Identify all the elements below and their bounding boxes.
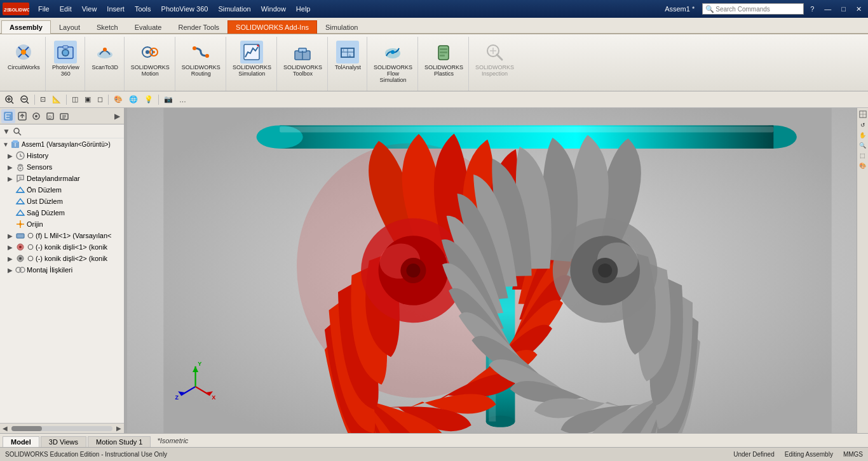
expand-sensors[interactable]: ▶ [8,164,15,171]
dim-expert-tab[interactable]: D [43,109,57,123]
view-selector-button[interactable] [858,109,868,119]
flow-simulation-button[interactable]: SOLIDWORKSFlowSimulation [371,39,415,85]
section-view-button[interactable]: ◫ [69,95,81,104]
menu-file[interactable]: File [33,4,55,14]
zoom-out-button[interactable] [18,95,32,105]
svg-line-61 [18,133,21,135]
close-button[interactable]: ✕ [852,5,865,13]
motion-button[interactable]: SOLIDWORKSMotion [128,39,172,79]
tab-assembly[interactable]: Assembly [1,20,51,34]
minimize-button[interactable]: — [820,5,835,13]
help-button[interactable]: ? [806,5,818,13]
3d-viewport[interactable]: Z X Y ↺ ✋ 🔍 ⬚ [127,108,868,433]
tree-bevel-gear2[interactable]: ▶ (-) konik dişli<2> (konik [0,253,124,264]
rotate-button[interactable]: ↺ [859,121,867,130]
menu-insert[interactable]: Insert [102,4,130,14]
zoom-button[interactable]: 🔍 [858,141,867,150]
zoom-in-button[interactable] [3,95,17,105]
photoview-button[interactable]: PhotoView360 [50,39,82,79]
menu-simulation[interactable]: Simulation [213,4,255,14]
maximize-button[interactable]: □ [837,5,850,13]
svg-point-9 [63,50,68,55]
svg-point-67 [20,168,22,170]
pan-button[interactable]: ✋ [858,131,867,140]
panel-expand-arrow[interactable]: ▶ [112,112,123,121]
config-manager-tab[interactable] [29,109,43,123]
simulation-icon [240,41,263,63]
filter-search-icon [13,127,22,136]
tab-addins[interactable]: SOLIDWORKS Add-Ins [227,20,317,34]
tree-root-assem[interactable]: ▼ Assem1 (Varsayılan<Görüntü>) [0,138,124,150]
lighting-button[interactable]: 💡 [142,95,156,104]
expand-mates[interactable]: ▶ [8,267,15,274]
tab-render-tools[interactable]: Render Tools [170,20,227,34]
more-view-button[interactable]: … [177,95,189,104]
ribbon-group-tolanalyst: ± ∆ TolAnalyst [329,37,367,91]
edit-appearance-button[interactable]: 🎨 [111,95,125,104]
photoview-label: PhotoView360 [52,65,79,77]
tab-3d-views[interactable]: 3D Views [41,436,86,447]
tree-origin[interactable]: Orijin [0,218,124,230]
expand-bevel2[interactable]: ▶ [8,255,15,262]
menu-window[interactable]: Window [256,4,291,14]
filter-bar: ▼ [0,124,124,138]
expand-history[interactable]: ▶ [8,152,15,159]
circuitworks-button[interactable]: CircuitWorks [5,39,43,72]
tree-front-plane[interactable]: Ön Düzlem [0,184,124,196]
expand-annotations[interactable]: ▶ [8,175,15,182]
scroll-left-btn[interactable]: ◀ [0,425,10,432]
menu-edit[interactable]: Edit [55,4,77,14]
menu-tools[interactable]: Tools [130,4,156,14]
search-commands-input[interactable] [715,6,798,13]
menu-photoview[interactable]: PhotoView 360 [156,4,214,14]
plastics-button[interactable]: SOLIDWORKSPlastics [422,39,466,79]
tolanalyst-button[interactable]: ± ∆ TolAnalyst [332,39,363,72]
tab-simulation[interactable]: Simulation [317,20,366,34]
tree-right-plane[interactable]: Sağ Düzlem [0,207,124,218]
routing-button[interactable]: SOLIDWORKSRouting [179,39,223,79]
expand-shaft[interactable]: ▶ [8,232,15,239]
tree-mates[interactable]: ▶ Montaj İlişkileri [0,264,124,276]
annotations-label: Detaylandırmalar [27,175,80,182]
display-manager-tab[interactable] [57,109,71,123]
tree-history[interactable]: ▶ History [0,150,124,161]
toolbox-button[interactable]: SOLIDWORKSToolbox [281,39,325,79]
tree-annotations[interactable]: ▶ Detaylandırmalar [0,173,124,184]
tree-bevel-gear1[interactable]: ▶ (-) konik dişli<1> (konik [0,241,124,253]
tab-motion-study[interactable]: Motion Study 1 [88,436,151,447]
camera-button[interactable]: 📷 [161,95,175,104]
scanto3d-button[interactable]: ScanTo3D [90,39,121,72]
search-commands-box[interactable]: 🔍 [702,3,804,15]
tree-top-plane[interactable]: Üst Düzlem [0,196,124,207]
view-display-button[interactable]: ▣ [82,95,93,104]
scroll-right-btn[interactable]: ▶ [114,425,124,432]
mates-label: Montaj İlişkileri [27,266,72,274]
feature-tree-tab[interactable] [1,109,15,123]
scroll-thumb[interactable] [11,426,42,431]
tab-evaluate[interactable]: Evaluate [126,20,170,34]
hide-show-button[interactable]: ◻ [95,95,105,104]
status-education-notice: SOLIDWORKS Education Edition - Instructi… [5,451,733,458]
inspection-button[interactable]: SOLIDWORKSInspection [473,39,517,79]
expand-bevel1[interactable]: ▶ [8,244,15,251]
bevel-gear2-label: (-) konik dişli<2> (konik [36,255,107,262]
tree-horizontal-scrollbar[interactable]: ◀ ▶ [0,423,124,433]
tolanalyst-icon: ± ∆ [336,41,359,63]
tab-sketch[interactable]: Sketch [88,20,126,34]
view-orient-button[interactable]: 📐 [50,95,64,104]
tab-model[interactable]: Model [3,436,39,447]
scene-button[interactable]: 🌐 [126,95,140,104]
tree-shaft[interactable]: ▶ (f) L Mil<1> (Varsayılan< [0,230,124,241]
tree-sensors[interactable]: ▶ Sensors [0,161,124,173]
menu-view[interactable]: View [77,4,102,14]
scroll-track[interactable] [11,426,112,431]
property-manager-tab[interactable] [15,109,29,123]
tab-layout[interactable]: Layout [51,20,88,34]
zoom-fit-button[interactable]: ⊡ [37,95,48,104]
svg-point-82 [19,257,22,260]
appearance-button[interactable]: 🎨 [858,161,867,170]
simulation-button[interactable]: SOLIDWORKSSimulation [230,39,274,79]
menu-help[interactable]: Help [291,4,316,14]
view-3d-button[interactable]: ⬚ [858,151,867,160]
expand-root[interactable]: ▼ [3,141,10,148]
